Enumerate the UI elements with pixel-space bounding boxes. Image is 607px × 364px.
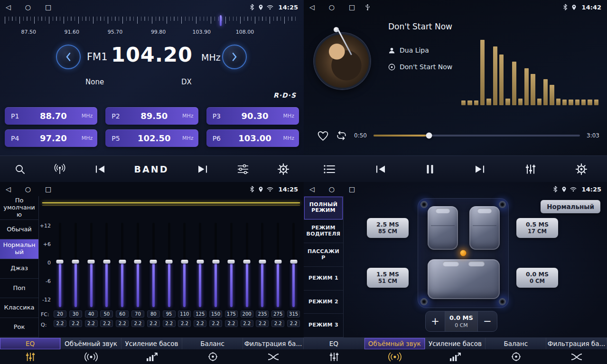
tab-filter-icon-cell[interactable]	[546, 352, 607, 362]
tab-balance[interactable]: Баланс	[182, 338, 243, 349]
slider-thumb[interactable]	[119, 260, 126, 264]
surround-preset-button[interactable]: Нормальный	[541, 200, 600, 213]
preset-button[interactable]: P1 88.70 MHz	[5, 107, 97, 125]
tab-eq[interactable]: EQ	[304, 338, 364, 349]
decrease-delay-button[interactable]: −	[478, 311, 497, 331]
preset-button[interactable]: P5 102.50 MHz	[105, 129, 198, 147]
tab-surround-icon-cell[interactable]	[364, 352, 425, 362]
slider-thumb[interactable]	[274, 260, 281, 264]
progress-thumb[interactable]	[426, 133, 432, 139]
front-left-delay[interactable]: 2.5 MS 85 CM	[367, 218, 409, 238]
tab-surround-icon-cell[interactable]	[61, 352, 121, 362]
eq-preset-item[interactable]: Обычай	[0, 220, 38, 239]
eq-band-slider[interactable]	[105, 223, 108, 307]
listening-mode-item[interactable]: ПАССАЖИР	[304, 243, 343, 267]
band-button[interactable]: BAND	[134, 164, 169, 174]
eq-band-slider[interactable]	[215, 223, 217, 307]
listening-mode-item[interactable]: ПОЛНЫЙ РЕЖИМ	[304, 196, 343, 220]
tab-surround[interactable]: Объёмный звук	[61, 338, 121, 349]
rear-left-delay[interactable]: 1.5 MS 51 CM	[367, 268, 409, 288]
preset-button[interactable]: P3 90.30 MHz	[206, 107, 299, 125]
previous-station-button[interactable]	[94, 164, 106, 174]
slider-thumb[interactable]	[166, 260, 173, 264]
tab-balance[interactable]: Баланс	[486, 338, 546, 349]
slider-thumb[interactable]	[290, 260, 297, 264]
frequency-scale[interactable]: 87.5091.6095.7099.80103.90108.00	[5, 17, 299, 38]
home-button[interactable]: ○	[25, 4, 31, 10]
recents-button[interactable]: □	[349, 4, 355, 10]
slider-thumb[interactable]	[196, 260, 204, 264]
eq-band-slider[interactable]	[90, 223, 93, 307]
slider-thumb[interactable]	[259, 260, 266, 264]
eq-preset-item[interactable]: Нормальный	[0, 239, 38, 259]
home-button[interactable]: ○	[25, 186, 31, 192]
playlist-button[interactable]	[323, 164, 336, 174]
tab-eq-icon-cell[interactable]	[304, 352, 364, 362]
eq-band-slider[interactable]	[168, 223, 170, 307]
tab-filter[interactable]: Фильтрация ба...	[546, 338, 607, 349]
home-button[interactable]: ○	[329, 186, 335, 192]
audio-settings-button[interactable]	[237, 164, 249, 174]
eq-preset-item[interactable]: Джаз	[0, 259, 38, 279]
preset-button[interactable]: P6 103.00 MHz	[206, 129, 299, 147]
next-station-button[interactable]	[196, 164, 209, 174]
slider-thumb[interactable]	[228, 260, 235, 264]
broadcast-button[interactable]	[54, 164, 66, 175]
eq-band-slider[interactable]	[261, 223, 263, 307]
pause-button[interactable]	[426, 164, 434, 174]
listening-mode-item[interactable]: РЕЖИМ ВОДИТЕЛЯ	[304, 220, 343, 244]
eq-preset-item[interactable]: Рок	[0, 318, 38, 337]
slider-thumb[interactable]	[88, 260, 95, 264]
eq-band-slider[interactable]	[230, 223, 233, 307]
slider-thumb[interactable]	[103, 260, 110, 264]
settings-button[interactable]	[277, 163, 289, 175]
eq-band-slider[interactable]	[183, 223, 186, 307]
tab-bass-icon-cell[interactable]	[121, 352, 182, 362]
tune-up-button[interactable]	[222, 45, 247, 69]
slider-thumb[interactable]	[134, 260, 141, 264]
seek-bar[interactable]	[374, 135, 580, 136]
eq-band-slider[interactable]	[246, 223, 248, 307]
eq-band-slider[interactable]	[75, 223, 77, 307]
tab-filter[interactable]: Фильтрация ба...	[243, 338, 304, 349]
back-button[interactable]: ◁	[6, 4, 11, 10]
front-right-delay[interactable]: 0.5 MS 17 CM	[516, 218, 558, 238]
preset-button[interactable]: P4 97.20 MHz	[5, 129, 97, 147]
settings-button[interactable]	[575, 163, 588, 175]
slider-thumb[interactable]	[72, 260, 79, 264]
eq-preset-item[interactable]: Поп	[0, 279, 38, 298]
eq-band-slider[interactable]	[277, 223, 279, 307]
tab-eq[interactable]: EQ	[0, 338, 61, 349]
next-track-button[interactable]	[474, 164, 486, 174]
tab-filter-icon-cell[interactable]	[243, 352, 304, 362]
listening-mode-item[interactable]: РЕЖИМ 3	[304, 314, 343, 337]
recents-button[interactable]: □	[349, 186, 355, 192]
listening-mode-item[interactable]: РЕЖИМ 2	[304, 291, 343, 314]
tab-surround[interactable]: Объёмный звук	[364, 338, 425, 349]
recents-button[interactable]: □	[45, 4, 51, 10]
favorite-button[interactable]	[317, 130, 329, 141]
rear-right-delay[interactable]: 0.0 MS 0 CM	[516, 268, 558, 288]
home-button[interactable]: ○	[329, 4, 335, 10]
increase-delay-button[interactable]: +	[426, 311, 445, 331]
previous-track-button[interactable]	[374, 164, 387, 174]
eq-band-slider[interactable]	[137, 223, 139, 307]
tab-balance-icon-cell[interactable]	[486, 352, 546, 362]
tab-eq-icon-cell[interactable]	[0, 352, 61, 362]
eq-preset-item[interactable]: По умолчанию	[0, 196, 38, 220]
eq-band-slider[interactable]	[59, 223, 61, 307]
recents-button[interactable]: □	[45, 186, 51, 192]
eq-band-slider[interactable]	[292, 223, 295, 307]
tune-down-button[interactable]	[56, 45, 81, 69]
tab-bass-icon-cell[interactable]	[425, 352, 486, 362]
tab-bass-boost[interactable]: Усиление басов	[121, 338, 182, 349]
eq-band-slider[interactable]	[199, 223, 201, 307]
slider-thumb[interactable]	[243, 260, 251, 264]
tab-balance-icon-cell[interactable]	[182, 352, 243, 362]
eq-band-slider[interactable]	[121, 223, 123, 307]
preset-button[interactable]: P2 89.50 MHz	[105, 107, 198, 125]
listening-position-marker[interactable]	[460, 250, 467, 256]
eq-preset-item[interactable]: Классика	[0, 298, 38, 318]
scan-search-button[interactable]	[14, 164, 26, 175]
eq-band-slider[interactable]	[152, 223, 155, 307]
